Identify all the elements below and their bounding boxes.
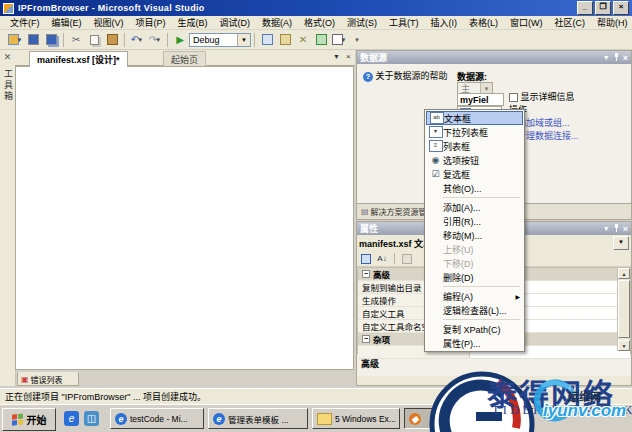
- scroll-down-icon[interactable]: ▼: [618, 340, 630, 351]
- taskbar-button-testcode[interactable]: e testCode - Mi...: [110, 408, 204, 429]
- menu-item-dropdown-list[interactable]: ▾ 下拉列表框: [426, 125, 523, 139]
- categorized-icon[interactable]: [359, 252, 373, 265]
- menu-item-delete[interactable]: 删除(D): [426, 270, 523, 284]
- tab-close-icon[interactable]: ×: [346, 52, 351, 61]
- menu-build[interactable]: 生成(B): [172, 15, 214, 30]
- sort-alphabetical-icon[interactable]: A↓: [375, 252, 389, 265]
- find-in-files-button[interactable]: [259, 32, 275, 47]
- property-grid-scrollbar[interactable]: ▲ ▼: [617, 268, 630, 351]
- menu-separator: [443, 286, 520, 287]
- toolbar-overflow-icon[interactable]: ▼: [349, 32, 365, 47]
- close-button[interactable]: ×: [613, 1, 629, 15]
- menu-bar: 文件(F) 编辑(E) 视图(V) 项目(P) 生成(B) 调试(D) 数据(A…: [0, 16, 632, 30]
- collapse-icon[interactable]: −: [362, 335, 370, 343]
- menu-item-label: 下移(D): [443, 257, 474, 270]
- combo-arrow-icon[interactable]: ▼: [237, 34, 250, 46]
- menu-test[interactable]: 测试(S): [341, 15, 383, 30]
- tree-root-node[interactable]: myFiel: [457, 93, 504, 106]
- menu-format[interactable]: 格式(O): [298, 15, 341, 30]
- menu-help[interactable]: 帮助(H): [591, 15, 632, 30]
- tab-start-page[interactable]: 起始页: [163, 51, 206, 67]
- design-canvas[interactable]: [15, 66, 354, 370]
- cut-icon[interactable]: ✂: [68, 32, 84, 47]
- scroll-up-icon[interactable]: ▲: [618, 268, 630, 279]
- menu-item-other[interactable]: 其他(O)...: [426, 181, 523, 195]
- paste-icon[interactable]: [104, 32, 120, 47]
- menu-item-label: 移动(M)...: [443, 229, 482, 242]
- scrollbar-thumb[interactable]: [618, 280, 630, 338]
- menu-item-programming[interactable]: 编程(A) ▶: [426, 289, 523, 303]
- menu-item-label: 编程(A): [443, 290, 473, 303]
- menu-tools[interactable]: 工具(T): [383, 15, 425, 30]
- menu-item-copy-xpath[interactable]: 复制 XPath(C): [426, 322, 523, 336]
- taskbar-button-active[interactable]: ◆: [404, 408, 534, 429]
- menu-view[interactable]: 视图(V): [88, 15, 130, 30]
- menu-debug[interactable]: 调试(D): [214, 15, 257, 30]
- toolbox-tab[interactable]: 工具箱: [2, 69, 15, 102]
- tab-manifest[interactable]: manifest.xsf [设计]*: [29, 51, 128, 67]
- menu-table[interactable]: 表格(L): [463, 15, 504, 30]
- menu-item-properties[interactable]: 属性(P)...: [426, 336, 523, 350]
- maximize-button[interactable]: ❐: [595, 1, 611, 15]
- quick-launch-app-icon[interactable]: ◫: [84, 411, 99, 426]
- menu-item-move[interactable]: 移动(M)...: [426, 228, 523, 242]
- redo-button[interactable]: ↷▼: [147, 32, 163, 47]
- new-item-button[interactable]: ▼: [7, 32, 23, 47]
- menu-insert[interactable]: 插入(I): [425, 15, 464, 30]
- window-layout-button[interactable]: ▼: [331, 32, 347, 47]
- quick-launch-ie-icon[interactable]: e: [64, 411, 79, 426]
- undo-button[interactable]: ↶▼: [129, 32, 145, 47]
- menu-file[interactable]: 文件(F): [4, 15, 46, 30]
- data-source-help-link[interactable]: ? 关于数据源的帮助: [363, 69, 448, 82]
- window-position-icon[interactable]: ▼: [603, 225, 610, 232]
- menu-item-reference[interactable]: 引用(R)...: [426, 214, 523, 228]
- menu-item-option-button[interactable]: ◉ 选项按钮: [426, 153, 523, 167]
- menu-item-label: 逻辑检查器(L)...: [443, 304, 507, 317]
- menu-item-add[interactable]: 添加(A)...: [426, 200, 523, 214]
- menu-edit[interactable]: 编辑(E): [46, 15, 88, 30]
- ie-icon: e: [115, 413, 127, 425]
- panel-close-icon[interactable]: ×: [623, 224, 628, 234]
- manage-connections-link[interactable]: 管理数据连接...: [517, 129, 579, 142]
- properties-title: 属性: [360, 222, 378, 235]
- menu-item-textbox[interactable]: ab 文本框: [426, 111, 523, 125]
- standard-toolbar: ▼ ✂ ↶▼ ↷▼ ▶ Debug ▼ ✕ ▼ ▼: [0, 30, 632, 50]
- menu-item-logic-inspector[interactable]: 逻辑检查器(L)...: [426, 303, 523, 317]
- menu-item-listbox[interactable]: ≡ 列表框: [426, 139, 523, 153]
- tools-button[interactable]: ✕: [295, 32, 311, 47]
- taskbar-button-windows-explorer-group[interactable]: 5 Windows Ex... ▼: [312, 408, 400, 429]
- toolbox-strip: ✕ 工具箱: [0, 50, 16, 386]
- menu-community[interactable]: 社区(C): [549, 15, 592, 30]
- property-pages-icon[interactable]: [400, 252, 414, 265]
- collapse-icon[interactable]: −: [362, 270, 370, 278]
- auto-hide-pin-icon[interactable]: [613, 53, 620, 62]
- menu-item-checkbox[interactable]: ☑ 复选框: [426, 167, 523, 181]
- window-title: IPFromBrowser - Microsoft Visual Studio: [18, 3, 205, 13]
- menu-data[interactable]: 数据(A): [256, 15, 298, 30]
- auto-hide-pin-icon[interactable]: [613, 224, 620, 233]
- minimize-button[interactable]: _: [577, 1, 593, 15]
- show-details-checkbox[interactable]: 显示详细信息: [509, 90, 575, 103]
- start-label: 开始: [27, 412, 47, 427]
- editor-tab-strip: manifest.xsf [设计]* 起始页 ▼ ×: [15, 50, 355, 66]
- taskbar-button-label: testCode - Mi...: [130, 414, 188, 424]
- menu-project[interactable]: 项目(P): [130, 15, 172, 30]
- start-debug-button[interactable]: ▶: [172, 32, 188, 47]
- group-arrow-icon: ▼: [399, 416, 400, 422]
- solution-explorer-button[interactable]: [313, 32, 329, 47]
- save-all-button[interactable]: [43, 32, 59, 47]
- copy-icon[interactable]: [86, 32, 102, 47]
- add-item-button[interactable]: [277, 32, 293, 47]
- menu-item-label: 文本框: [444, 112, 471, 125]
- taskbar: 开始 e ◫ e testCode - Mi... e 管理表单模板 ... 5…: [0, 404, 632, 432]
- menu-window[interactable]: 窗口(W): [504, 15, 549, 30]
- save-button[interactable]: [25, 32, 41, 47]
- solution-config-combo[interactable]: Debug ▼: [189, 33, 251, 47]
- taskbar-button-form-template[interactable]: e 管理表单模板 ...: [208, 408, 308, 429]
- panel-close-icon[interactable]: ×: [623, 53, 628, 63]
- tree-root-label: myFiel: [460, 95, 489, 105]
- start-button[interactable]: 开始: [2, 408, 56, 431]
- tab-scroll-down-icon[interactable]: ▼: [333, 53, 340, 60]
- window-position-icon[interactable]: ▼: [603, 54, 610, 61]
- error-list-tab[interactable]: ▣ 错误列表: [17, 372, 79, 386]
